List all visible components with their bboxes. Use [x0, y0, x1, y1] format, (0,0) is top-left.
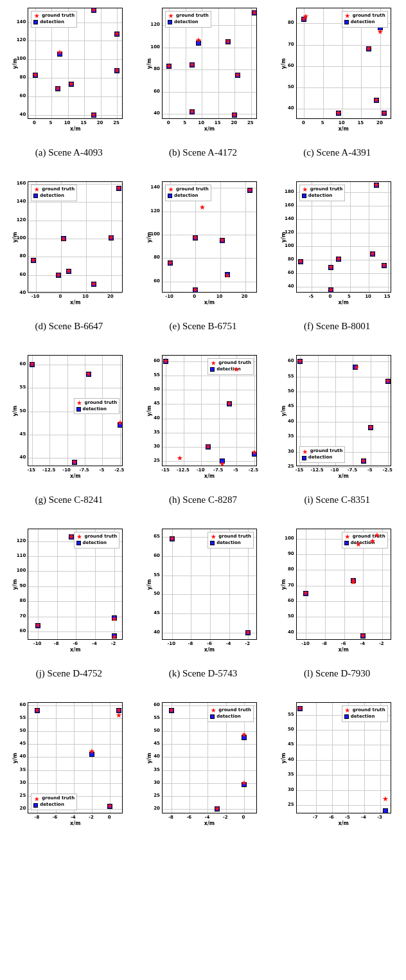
- chart-m: ★★★★★★ground truthdetection-8-6-4-202025…: [4, 698, 134, 830]
- ytick-label: 110: [11, 553, 26, 558]
- y-axis-label: y/m: [146, 752, 152, 763]
- legend-det-label: detection: [216, 540, 241, 547]
- ground-truth-marker: ★: [68, 80, 75, 87]
- ytick-label: 40: [279, 630, 294, 635]
- y-axis-label: y/m: [280, 579, 286, 589]
- chart-l: ★★★★★★★★ground truthdetection-10-8-6-4-2…: [272, 525, 402, 679]
- ground-truth-marker: ★: [32, 71, 39, 78]
- ytick-label: 60: [11, 702, 26, 707]
- ground-truth-marker: ★: [373, 181, 380, 188]
- ground-truth-marker: ★: [107, 803, 113, 810]
- ytick-label: 55: [145, 715, 160, 720]
- subfigure-caption: (f) Scene B-8001: [304, 321, 370, 332]
- xtick-label: 15: [384, 294, 391, 299]
- xtick-label: -2: [245, 641, 250, 646]
- ytick-label: 30: [145, 780, 160, 785]
- ground-truth-marker: ★: [245, 629, 251, 636]
- y-axis-label: y/m: [12, 58, 18, 68]
- ground-truth-marker: ★: [219, 237, 225, 244]
- ytick-label: 45: [145, 610, 160, 615]
- ground-truth-marker: ★: [68, 533, 75, 540]
- plot-area: ★★★★★★★★★ground truthdetection0510152025…: [145, 4, 261, 136]
- ground-truth-marker: ★: [111, 615, 118, 622]
- ytick-label: 80: [145, 255, 160, 260]
- ytick-label: 50: [145, 386, 160, 392]
- chart-b: ★★★★★★★★★ground truthdetection0510152025…: [138, 4, 269, 158]
- legend: ★ground truthdetection: [207, 705, 254, 722]
- ytick-label: 120: [145, 22, 160, 27]
- ground-truth-marker: ★: [350, 579, 357, 586]
- ground-truth-marker: ★: [34, 707, 40, 714]
- xtick-label: 10: [216, 294, 223, 299]
- ytick-label: 70: [11, 613, 26, 619]
- ytick-label: 50: [279, 388, 294, 394]
- ytick-label: 40: [11, 455, 26, 460]
- x-axis-label: x/m: [338, 300, 348, 305]
- ytick-label: 160: [279, 203, 294, 208]
- ytick-label: 20: [145, 806, 160, 811]
- xtick-label: -7.5: [213, 467, 223, 473]
- ground-truth-marker: ★: [374, 532, 380, 539]
- xtick-label: -10: [331, 467, 339, 473]
- ground-truth-marker: ★: [381, 262, 387, 269]
- chart-d: ★★★★★★★★ground truthdetection-1001020406…: [4, 177, 134, 332]
- legend-gt-label: ground truth: [310, 448, 343, 455]
- legend-det-label: detection: [308, 193, 333, 199]
- ytick-label: 50: [279, 613, 294, 619]
- ytick-label: 140: [145, 185, 160, 190]
- ytick-label: 25: [145, 458, 160, 463]
- ground-truth-marker: ★: [60, 235, 67, 242]
- legend-gt-label: ground truth: [42, 13, 75, 19]
- ytick-label: 45: [11, 431, 26, 437]
- ground-truth-marker: ★: [373, 96, 380, 104]
- legend-det-label: detection: [40, 19, 64, 26]
- ytick-label: 140: [11, 199, 26, 204]
- y-axis-label: y/m: [280, 752, 286, 763]
- ytick-label: 60: [145, 553, 160, 558]
- xtick-label: 5: [183, 120, 186, 125]
- xtick-label: -4: [205, 815, 210, 820]
- y-axis-label: y/m: [12, 231, 18, 242]
- xtick-label: -7.5: [79, 467, 89, 473]
- ground-truth-marker: ★: [199, 204, 206, 211]
- ground-truth-marker: ★: [163, 358, 169, 365]
- ground-truth-marker: ★: [91, 6, 97, 14]
- ytick-label: 100: [11, 568, 26, 573]
- ground-truth-marker: ★: [55, 271, 62, 278]
- plot-area: ★★★★★★★★ground truthdetection-1001020608…: [145, 177, 261, 309]
- ground-truth-marker: ★: [335, 109, 342, 116]
- legend-det-label: detection: [83, 540, 107, 547]
- y-axis-label: y/m: [12, 579, 18, 589]
- legend-det-label: detection: [40, 193, 64, 199]
- ytick-label: 60: [145, 278, 160, 284]
- plot-area: ★★★★★★★★ground truthdetection-10-8-6-4-2…: [279, 525, 395, 657]
- ground-truth-marker: ★: [189, 61, 195, 68]
- chart-n: ★★★★★ground truthdetection-8-6-4-2020253…: [138, 698, 269, 830]
- ytick-label: 80: [11, 253, 26, 259]
- plot-area: ★★★★★ground truthdetection-10-8-6-4-2607…: [11, 525, 127, 657]
- xtick-label: -4: [92, 641, 97, 646]
- ground-truth-marker: ★: [108, 233, 114, 240]
- plot-area: ★★★★★ground truthdetection-8-6-4-2020253…: [145, 698, 261, 830]
- ytick-label: 30: [11, 780, 26, 785]
- legend: ★ground truthdetection: [342, 705, 388, 722]
- ground-truth-marker: ★: [303, 590, 309, 597]
- ytick-label: 60: [279, 358, 294, 363]
- subfigure-caption: (d) Scene B-6647: [35, 321, 103, 332]
- ground-truth-marker: ★: [328, 264, 334, 271]
- legend-gt-label: ground truth: [353, 707, 385, 714]
- ground-truth-marker: ★: [366, 45, 372, 52]
- legend-gt-label: ground truth: [218, 707, 251, 714]
- chart-g: ★★★★★ground truthdetection-15-12.5-10-7.…: [4, 351, 134, 505]
- xtick-label: -12.5: [42, 467, 55, 473]
- xtick-label: -2.5: [114, 467, 124, 473]
- y-axis-label: y/m: [12, 405, 18, 415]
- xtick-label: 5: [321, 120, 324, 125]
- legend: ★ground truthdetection: [207, 358, 254, 375]
- xtick-label: 5: [348, 294, 351, 299]
- y-axis-label: y/m: [146, 58, 152, 68]
- subfigure-caption: (e) Scene B-6751: [170, 321, 237, 332]
- ytick-label: 140: [279, 216, 294, 221]
- subfigure-caption: (i) Scene C-8351: [304, 495, 369, 505]
- legend-det-label: detection: [351, 19, 375, 26]
